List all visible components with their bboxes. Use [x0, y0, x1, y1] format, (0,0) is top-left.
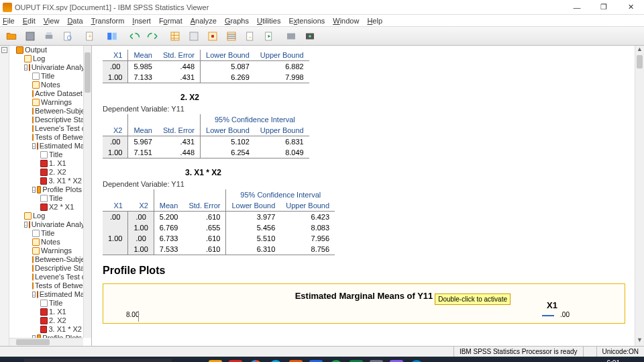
collapse-toggle[interactable]: − — [1, 47, 7, 53]
table-row[interactable]: .00 5.967 .431 5.102 6.831 — [103, 136, 309, 148]
tree-item[interactable]: -Estimated Marg — [9, 290, 83, 299]
tree-item[interactable]: Warnings — [9, 98, 83, 107]
preview-button[interactable] — [59, 28, 76, 44]
notifications-button[interactable] — [624, 357, 644, 362]
tree-item[interactable]: 1. X1 — [9, 308, 83, 316]
tree-item[interactable]: 1. X1 — [9, 159, 83, 168]
start-button[interactable] — [0, 357, 23, 362]
taskbar-app-globe[interactable] — [407, 357, 427, 362]
select-cases-button[interactable] — [223, 28, 240, 44]
tree-hscrollbar[interactable] — [9, 338, 83, 346]
tree-item[interactable]: 2. X2 — [9, 168, 83, 177]
taskbar-explorer[interactable] — [205, 357, 225, 362]
close-button[interactable]: ✕ — [617, 0, 644, 15]
menu-help[interactable]: Help — [367, 17, 382, 25]
tree-item[interactable]: Tests of Betwe — [9, 281, 83, 290]
tree-item[interactable]: Title — [9, 299, 83, 308]
menu-data[interactable]: Data — [67, 17, 83, 25]
open-button[interactable] — [3, 28, 20, 44]
tree-item[interactable]: -Univariate Analysis — [9, 220, 83, 229]
tree-item[interactable]: 3. X1 * X2 — [9, 325, 83, 334]
tree-item[interactable]: 2. X2 — [9, 316, 83, 325]
tree-item[interactable]: Title — [9, 150, 83, 159]
tree-item[interactable]: 3. X1 * X2 — [9, 177, 83, 185]
taskbar-app-red[interactable] — [225, 357, 246, 362]
tree-item[interactable]: Notes — [9, 238, 83, 246]
goto-data-button[interactable] — [166, 28, 184, 44]
menu-graphs[interactable]: Graphs — [225, 17, 249, 25]
save-button[interactable] — [21, 28, 39, 44]
tree-item[interactable]: X2 * X1 — [9, 203, 83, 212]
insert-button[interactable] — [241, 28, 259, 44]
taskbar-app-paint[interactable] — [386, 357, 407, 362]
menu-edit[interactable]: Edit — [23, 17, 36, 25]
menu-utilities[interactable]: Utilities — [257, 17, 280, 25]
table-row[interactable]: 1.00 .00 6.733 .610 5.510 7.956 — [103, 233, 335, 244]
table-x1x2[interactable]: X1 X2 Mean Std. Error 95% Confidence Int… — [103, 189, 335, 255]
tree-item[interactable]: -Univariate Analysis — [9, 63, 83, 72]
taskbar-edge[interactable] — [266, 357, 286, 362]
scroll-down-arrow[interactable]: ▼ — [635, 336, 644, 346]
tree-root[interactable]: Output — [9, 46, 83, 54]
taskbar-excel[interactable] — [346, 357, 366, 362]
content-inner[interactable]: X1 Mean Std. Error Lower Bound Upper Bou… — [95, 46, 633, 346]
menu-view[interactable]: View — [44, 17, 60, 25]
table-row[interactable]: 1.00 7.133 .431 6.269 7.998 — [103, 72, 309, 83]
export-button[interactable] — [81, 28, 99, 44]
tree-item[interactable]: Log — [9, 212, 83, 220]
tree-item[interactable]: Warnings — [9, 246, 83, 255]
tree-item[interactable]: Between-Subje — [9, 255, 83, 264]
menu-file[interactable]: File — [3, 17, 15, 25]
table-row[interactable]: .00 .00 5.200 .610 3.977 6.423 — [103, 212, 335, 223]
tree-item[interactable]: Log — [9, 54, 83, 63]
run-button[interactable] — [260, 28, 278, 44]
taskbar-app-green[interactable] — [326, 357, 346, 362]
tree-item[interactable]: Descriptive Sta — [9, 264, 83, 273]
tree-item[interactable]: -Estimated Marg — [9, 142, 83, 150]
taskbar-app-orange[interactable] — [286, 357, 306, 362]
menu-transform[interactable]: Transform — [91, 17, 125, 25]
content-vscrollbar[interactable]: ▲ ▼ — [635, 46, 644, 346]
tree-item[interactable]: Title — [9, 72, 83, 81]
tree-item[interactable]: Descriptive Sta — [9, 116, 83, 124]
print-button[interactable] — [40, 28, 58, 44]
designate-button[interactable] — [282, 28, 300, 44]
variables-button[interactable] — [204, 28, 221, 44]
tree-item[interactable]: Levene's Test o — [9, 124, 83, 133]
menu-analyze[interactable]: Analyze — [191, 17, 217, 25]
table-row[interactable]: .00 5.985 .448 5.087 6.882 — [103, 61, 309, 73]
taskbar-search[interactable]: Type here to search — [24, 359, 172, 362]
tree-item[interactable]: Between-Subje — [9, 107, 83, 116]
outline-tree[interactable]: Output Log-Univariate AnalysisTitleNotes… — [9, 46, 91, 346]
taskbar-app-blue[interactable] — [306, 357, 326, 362]
tree-vscrollbar[interactable] — [83, 46, 91, 338]
tree-item[interactable]: Title — [9, 229, 83, 238]
scroll-up-arrow[interactable]: ▲ — [635, 46, 644, 55]
task-view-button[interactable] — [185, 357, 205, 362]
taskbar-app-grid[interactable] — [366, 357, 386, 362]
tree-item[interactable]: Levene's Test o — [9, 273, 83, 281]
table-x1[interactable]: X1 Mean Std. Error Lower Bound Upper Bou… — [103, 50, 309, 83]
menu-extensions[interactable]: Extensions — [288, 17, 325, 25]
table-row[interactable]: 1.00 7.151 .448 6.254 8.049 — [103, 147, 309, 159]
table-x2[interactable]: X2 Mean Std. Error 95% Confidence Interv… — [103, 114, 309, 159]
tree-item[interactable]: Title — [9, 194, 83, 203]
menu-format[interactable]: Format — [159, 17, 182, 25]
tree-item[interactable]: Active Dataset — [9, 89, 83, 98]
redo-button[interactable] — [144, 28, 162, 44]
menu-window[interactable]: Window — [333, 17, 359, 25]
table-row[interactable]: 1.00 6.769 .655 5.456 8.083 — [103, 222, 335, 233]
maximize-button[interactable]: ❐ — [590, 0, 617, 15]
table-row[interactable]: 1.00 7.533 .610 6.310 8.756 — [103, 244, 335, 255]
goto-case-button[interactable] — [185, 28, 203, 44]
tree-item[interactable]: Tests of Betwe — [9, 133, 83, 142]
tree-item[interactable]: -Profile Plots — [9, 185, 83, 194]
undo-button[interactable] — [125, 28, 143, 44]
profile-plot-chart[interactable]: Estimated Marginal Means of Y11 Double-c… — [103, 283, 625, 324]
taskbar-chrome[interactable] — [246, 357, 266, 362]
minimize-button[interactable]: — — [564, 0, 590, 15]
tree-item[interactable]: Notes — [9, 81, 83, 89]
new-output-button[interactable] — [301, 28, 319, 44]
dialog-recall-button[interactable] — [103, 28, 121, 44]
menu-insert[interactable]: Insert — [132, 17, 151, 25]
